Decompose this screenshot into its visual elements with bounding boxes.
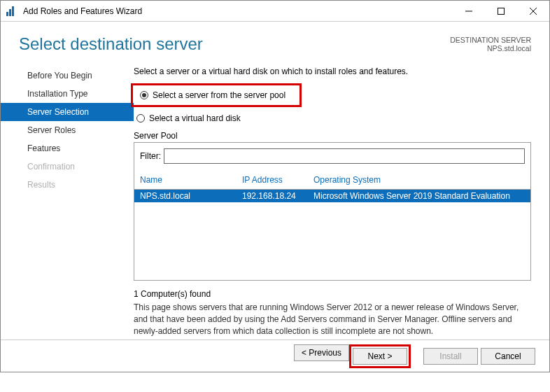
server-row-os: Microsoft Windows Server 2019 Standard E… xyxy=(313,191,525,201)
titlebar: Add Roles and Features Wizard xyxy=(1,1,549,22)
maximize-button[interactable] xyxy=(485,1,517,22)
server-pool-box: Filter: Name IP Address Operating System… xyxy=(134,142,531,281)
step-installation-type[interactable]: Installation Type xyxy=(1,85,134,103)
radio-button-icon xyxy=(140,91,148,99)
step-server-selection[interactable]: Server Selection xyxy=(1,103,134,121)
help-text: This page shows servers that are running… xyxy=(134,302,531,337)
page-title: Select destination server xyxy=(19,34,450,54)
radio-button-icon xyxy=(136,114,145,122)
step-server-roles[interactable]: Server Roles xyxy=(1,121,134,139)
step-before-you-begin[interactable]: Before You Begin xyxy=(1,66,134,85)
server-pool-label: Server Pool xyxy=(134,131,531,141)
header: Select destination server DESTINATION SE… xyxy=(1,22,549,64)
cancel-button[interactable]: Cancel xyxy=(481,348,535,365)
column-header-os[interactable]: Operating System xyxy=(313,175,525,185)
column-header-ip[interactable]: IP Address xyxy=(242,175,313,185)
server-row-ip: 192.168.18.24 xyxy=(242,191,313,201)
radio-virtual-hard-disk-label: Select a virtual hard disk xyxy=(149,113,241,123)
column-header-name[interactable]: Name xyxy=(140,175,242,185)
next-button[interactable]: Next > xyxy=(353,348,407,365)
destination-info: DESTINATION SERVER NPS.std.local xyxy=(450,34,531,54)
server-manager-icon xyxy=(6,6,17,16)
radio-server-pool-label: Select a server from the server pool xyxy=(153,90,285,100)
minimize-button[interactable] xyxy=(453,1,485,22)
window-title: Add Roles and Features Wizard xyxy=(23,6,453,16)
install-button: Install xyxy=(423,348,478,365)
annotation-highlight-radio: Select a server from the server pool xyxy=(131,83,302,107)
annotation-highlight-next: Next > xyxy=(349,344,411,368)
footer: < Previous Next > Install Cancel xyxy=(1,340,549,372)
wizard-steps: Before You Begin Installation Type Serve… xyxy=(1,64,134,337)
close-button[interactable] xyxy=(517,1,549,22)
previous-button[interactable]: < Previous xyxy=(294,344,349,361)
step-results: Results xyxy=(1,176,134,194)
instruction-text: Select a server or a virtual hard disk o… xyxy=(134,66,531,76)
radio-virtual-hard-disk[interactable]: Select a virtual hard disk xyxy=(134,111,531,125)
destination-label: DESTINATION SERVER xyxy=(450,36,531,44)
svg-rect-1 xyxy=(498,8,505,14)
column-headers: Name IP Address Operating System xyxy=(134,169,530,189)
filter-input[interactable] xyxy=(164,148,525,164)
server-row-name: NPS.std.local xyxy=(140,191,242,201)
server-row[interactable]: NPS.std.local 192.168.18.24 Microsoft Wi… xyxy=(134,190,530,202)
computers-found-text: 1 Computer(s) found xyxy=(134,289,531,299)
destination-value: NPS.std.local xyxy=(450,44,531,52)
server-list: NPS.std.local 192.168.18.24 Microsoft Wi… xyxy=(134,189,530,280)
filter-label: Filter: xyxy=(140,151,161,161)
radio-server-pool[interactable]: Select a server from the server pool xyxy=(137,88,285,102)
step-confirmation: Confirmation xyxy=(1,158,134,176)
step-features[interactable]: Features xyxy=(1,139,134,158)
